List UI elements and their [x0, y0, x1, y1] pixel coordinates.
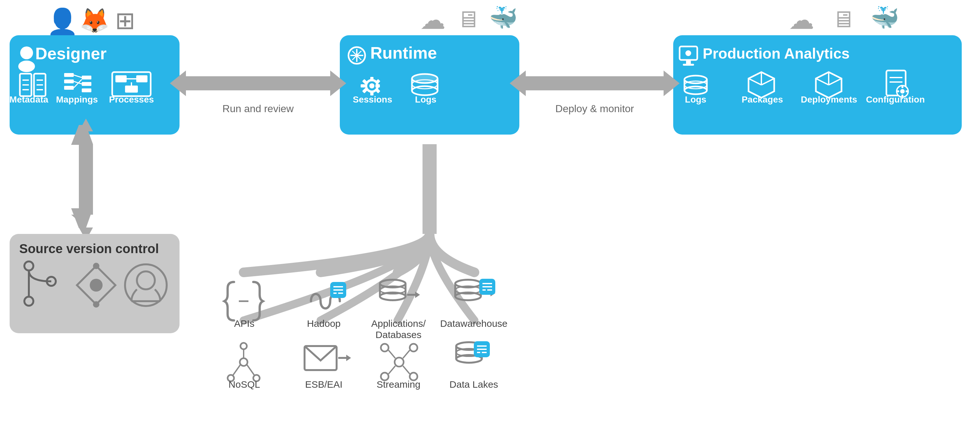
server-right-icon: 🖥 [832, 6, 855, 32]
svg-line-129 [403, 366, 410, 374]
appdbs-label: Applications/ [371, 318, 426, 329]
runtime-logs-label: Logs [415, 95, 437, 105]
designer-title: Designer [35, 44, 107, 63]
svg-rect-73 [79, 144, 93, 208]
svg-rect-70 [897, 90, 899, 92]
server-center-icon: 🖥 [457, 6, 480, 32]
svg-point-80 [90, 279, 103, 292]
svg-point-121 [395, 358, 404, 367]
svg-marker-98 [415, 292, 420, 298]
svg-point-82 [93, 301, 99, 308]
packages-label: Packages [741, 95, 783, 105]
processes-label: Processes [109, 95, 154, 105]
svg-point-0 [20, 46, 33, 59]
svg-rect-22 [125, 86, 138, 93]
cloud-right-icon: ☁ [789, 6, 814, 34]
svg-rect-12 [64, 86, 74, 90]
hadoop-label: Hadoop [307, 318, 340, 329]
svg-rect-32 [370, 77, 374, 81]
svg-point-67 [900, 89, 905, 94]
analytics-title: Production Analytics [703, 45, 850, 62]
svg-rect-20 [115, 75, 127, 83]
svg-line-127 [403, 350, 410, 358]
deploy-monitor-label: Deploy & monitor [555, 103, 634, 114]
svg-point-122 [381, 344, 388, 352]
deployments-label: Deployments [801, 95, 857, 105]
nosql-label: NoSQL [229, 379, 260, 390]
svg-rect-35 [375, 84, 380, 87]
svg-marker-120 [346, 355, 351, 361]
run-review-label: Run and review [223, 103, 294, 114]
person-icon: 👤 [46, 6, 78, 37]
windows-icon: ⊞ [115, 7, 135, 34]
nosql-icon [228, 343, 260, 381]
svg-rect-49 [683, 64, 694, 66]
datalakes-label: Data Lakes [449, 379, 498, 390]
svg-point-31 [369, 83, 374, 89]
svg-point-47 [686, 50, 691, 56]
svg-marker-74 [71, 208, 93, 228]
appdbs-label2: Databases [375, 329, 421, 340]
trunk-main [423, 144, 437, 234]
svg-point-123 [410, 344, 417, 352]
docker-center-icon: 🐳 [489, 4, 518, 32]
svg-point-111 [240, 358, 248, 366]
runtime-title-icon [348, 47, 365, 64]
metadata-label: Metadata [9, 95, 48, 105]
svg-rect-15 [82, 89, 91, 92]
apis-label: APIs [234, 318, 254, 329]
svg-rect-11 [64, 79, 74, 83]
configuration-label: Configuration [866, 95, 925, 105]
svg-point-112 [240, 343, 247, 349]
esbeai-label: ESB/EAI [305, 379, 343, 390]
svg-line-117 [247, 365, 255, 376]
svg-point-41 [412, 74, 438, 83]
svg-point-81 [93, 263, 99, 269]
sessions-label: Sessions [353, 95, 392, 105]
svg-rect-34 [361, 84, 365, 87]
svg-rect-68 [902, 86, 904, 88]
svg-line-115 [233, 365, 240, 376]
svg-rect-14 [82, 82, 91, 86]
svg-rect-48 [686, 60, 691, 64]
analytics-logs-label: Logs [685, 95, 706, 105]
dw-label: Datawarehouse [440, 318, 508, 329]
svg-rect-10 [64, 73, 74, 77]
svc-title: Source version control [19, 241, 159, 256]
streaming-label: Streaming [377, 379, 421, 390]
svg-rect-71 [906, 90, 908, 92]
mappings-label: Mappings [56, 95, 98, 105]
left-arrow-body [186, 76, 330, 90]
gitlab-icon: 🦊 [80, 6, 110, 35]
cloud-center-icon: ☁ [420, 6, 445, 34]
svg-rect-21 [136, 75, 148, 83]
svg-point-1 [18, 60, 35, 72]
svg-line-126 [388, 350, 395, 358]
right-arrow-body [526, 76, 663, 90]
runtime-title: Runtime [370, 44, 437, 62]
svg-line-128 [388, 366, 395, 374]
datalakes-icon [456, 341, 490, 363]
streaming-icon [381, 344, 417, 380]
svg-rect-13 [82, 76, 91, 79]
esbeai-icon [305, 346, 351, 370]
docker-right-icon: 🐳 [870, 4, 899, 32]
